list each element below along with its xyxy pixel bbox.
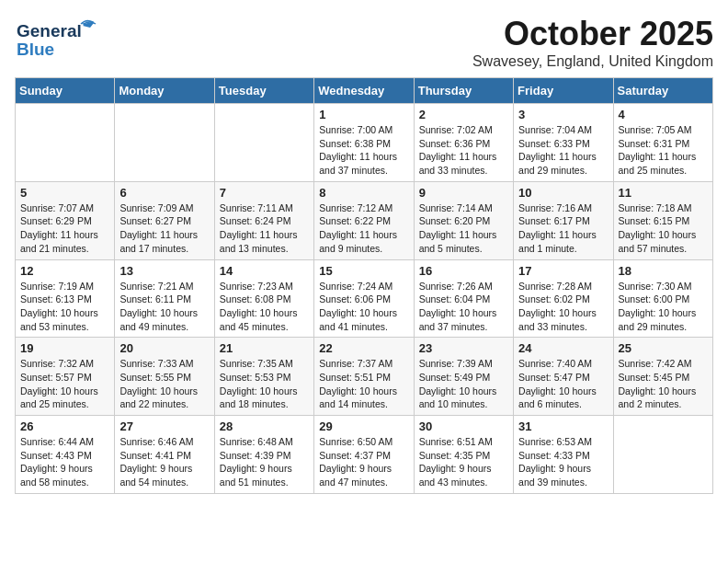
day-number: 14: [220, 264, 309, 278]
day-info: Sunrise: 7:23 AM Sunset: 6:08 PM Dayligh…: [220, 280, 309, 334]
calendar-cell: [613, 416, 712, 494]
day-number: 6: [119, 186, 209, 200]
day-number: 12: [20, 264, 109, 278]
week-row-2: 5Sunrise: 7:07 AM Sunset: 6:29 PM Daylig…: [16, 181, 713, 259]
day-info: Sunrise: 7:11 AM Sunset: 6:24 PM Dayligh…: [220, 201, 309, 256]
day-number: 11: [619, 186, 708, 200]
day-info: Sunrise: 7:16 AM Sunset: 6:17 PM Dayligh…: [518, 201, 608, 256]
calendar-cell: 2Sunrise: 7:02 AM Sunset: 6:36 PM Daylig…: [414, 104, 513, 182]
calendar-cell: 8Sunrise: 7:12 AM Sunset: 6:22 PM Daylig…: [314, 181, 414, 259]
weekday-header-friday: Friday: [514, 78, 613, 104]
day-number: 13: [119, 264, 209, 278]
day-info: Sunrise: 7:05 AM Sunset: 6:31 PM Dayligh…: [619, 123, 708, 178]
day-number: 2: [419, 108, 508, 121]
calendar-cell: 12Sunrise: 7:19 AM Sunset: 6:13 PM Dayli…: [16, 259, 115, 338]
calendar-cell: 1Sunrise: 7:00 AM Sunset: 6:38 PM Daylig…: [314, 104, 414, 182]
weekday-header-wednesday: Wednesday: [314, 78, 414, 104]
calendar-cell: 18Sunrise: 7:30 AM Sunset: 6:00 PM Dayli…: [613, 259, 712, 338]
calendar-cell: 5Sunrise: 7:07 AM Sunset: 6:29 PM Daylig…: [16, 181, 115, 259]
day-number: 19: [20, 341, 109, 355]
day-info: Sunrise: 7:33 AM Sunset: 5:55 PM Dayligh…: [119, 357, 209, 411]
day-number: 9: [419, 186, 508, 200]
day-number: 22: [319, 341, 408, 355]
day-number: 3: [518, 108, 608, 121]
svg-text:General: General: [17, 21, 82, 40]
weekday-header-tuesday: Tuesday: [214, 78, 313, 104]
week-row-4: 19Sunrise: 7:32 AM Sunset: 5:57 PM Dayli…: [16, 338, 713, 416]
day-number: 23: [419, 341, 508, 355]
day-info: Sunrise: 7:40 AM Sunset: 5:47 PM Dayligh…: [518, 357, 608, 411]
calendar-cell: [214, 104, 313, 182]
day-info: Sunrise: 7:37 AM Sunset: 5:51 PM Dayligh…: [319, 357, 408, 411]
day-number: 10: [518, 186, 608, 200]
day-number: 21: [220, 341, 309, 355]
calendar-cell: 17Sunrise: 7:28 AM Sunset: 6:02 PM Dayli…: [514, 259, 613, 338]
day-number: 30: [419, 419, 508, 433]
day-info: Sunrise: 6:46 AM Sunset: 4:41 PM Dayligh…: [119, 435, 209, 489]
calendar-cell: 20Sunrise: 7:33 AM Sunset: 5:55 PM Dayli…: [115, 338, 214, 416]
day-info: Sunrise: 7:07 AM Sunset: 6:29 PM Dayligh…: [20, 201, 109, 256]
day-number: 24: [518, 341, 608, 355]
calendar-table: SundayMondayTuesdayWednesdayThursdayFrid…: [15, 77, 713, 494]
calendar-cell: 6Sunrise: 7:09 AM Sunset: 6:27 PM Daylig…: [115, 181, 214, 259]
logo-svg: General Blue: [15, 15, 97, 61]
calendar-cell: 31Sunrise: 6:53 AM Sunset: 4:33 PM Dayli…: [514, 416, 613, 494]
calendar-cell: [16, 104, 115, 182]
day-number: 26: [20, 419, 109, 433]
day-number: 31: [518, 419, 608, 433]
day-info: Sunrise: 7:02 AM Sunset: 6:36 PM Dayligh…: [419, 123, 508, 178]
day-info: Sunrise: 7:19 AM Sunset: 6:13 PM Dayligh…: [20, 280, 109, 334]
calendar-cell: 28Sunrise: 6:48 AM Sunset: 4:39 PM Dayli…: [214, 416, 313, 494]
calendar-cell: 15Sunrise: 7:24 AM Sunset: 6:06 PM Dayli…: [314, 259, 414, 338]
day-info: Sunrise: 6:44 AM Sunset: 4:43 PM Dayligh…: [20, 435, 109, 489]
weekday-header-monday: Monday: [115, 78, 214, 104]
day-info: Sunrise: 7:39 AM Sunset: 5:49 PM Dayligh…: [419, 357, 508, 411]
calendar-cell: 9Sunrise: 7:14 AM Sunset: 6:20 PM Daylig…: [414, 181, 513, 259]
day-info: Sunrise: 7:26 AM Sunset: 6:04 PM Dayligh…: [419, 280, 508, 334]
day-number: 5: [20, 186, 109, 200]
day-number: 25: [619, 341, 708, 355]
calendar-cell: 29Sunrise: 6:50 AM Sunset: 4:37 PM Dayli…: [314, 416, 414, 494]
calendar-cell: 27Sunrise: 6:46 AM Sunset: 4:41 PM Dayli…: [115, 416, 214, 494]
calendar-cell: 25Sunrise: 7:42 AM Sunset: 5:45 PM Dayli…: [613, 338, 712, 416]
calendar-cell: 30Sunrise: 6:51 AM Sunset: 4:35 PM Dayli…: [414, 416, 513, 494]
day-info: Sunrise: 7:32 AM Sunset: 5:57 PM Dayligh…: [20, 357, 109, 411]
location: Swavesey, England, United Kingdom: [472, 53, 713, 70]
day-info: Sunrise: 7:28 AM Sunset: 6:02 PM Dayligh…: [518, 280, 608, 334]
calendar-cell: 3Sunrise: 7:04 AM Sunset: 6:33 PM Daylig…: [514, 104, 613, 182]
day-number: 20: [119, 341, 209, 355]
logo: General Blue: [15, 15, 97, 61]
calendar-cell: 7Sunrise: 7:11 AM Sunset: 6:24 PM Daylig…: [214, 181, 313, 259]
day-number: 15: [319, 264, 408, 278]
weekday-header-saturday: Saturday: [613, 78, 712, 104]
calendar-cell: 26Sunrise: 6:44 AM Sunset: 4:43 PM Dayli…: [16, 416, 115, 494]
calendar-cell: 21Sunrise: 7:35 AM Sunset: 5:53 PM Dayli…: [214, 338, 313, 416]
calendar-cell: 23Sunrise: 7:39 AM Sunset: 5:49 PM Dayli…: [414, 338, 513, 416]
weekday-header-sunday: Sunday: [16, 78, 115, 104]
calendar-cell: 16Sunrise: 7:26 AM Sunset: 6:04 PM Dayli…: [414, 259, 513, 338]
calendar-cell: 19Sunrise: 7:32 AM Sunset: 5:57 PM Dayli…: [16, 338, 115, 416]
day-info: Sunrise: 7:35 AM Sunset: 5:53 PM Dayligh…: [220, 357, 309, 411]
day-info: Sunrise: 7:04 AM Sunset: 6:33 PM Dayligh…: [518, 123, 608, 178]
day-info: Sunrise: 6:50 AM Sunset: 4:37 PM Dayligh…: [319, 435, 408, 489]
day-info: Sunrise: 7:00 AM Sunset: 6:38 PM Dayligh…: [319, 123, 408, 178]
day-info: Sunrise: 7:21 AM Sunset: 6:11 PM Dayligh…: [119, 280, 209, 334]
day-info: Sunrise: 7:14 AM Sunset: 6:20 PM Dayligh…: [419, 201, 508, 256]
weekday-header-row: SundayMondayTuesdayWednesdayThursdayFrid…: [16, 78, 713, 104]
day-info: Sunrise: 7:09 AM Sunset: 6:27 PM Dayligh…: [119, 201, 209, 256]
week-row-1: 1Sunrise: 7:00 AM Sunset: 6:38 PM Daylig…: [16, 104, 713, 182]
day-number: 27: [119, 419, 209, 433]
day-info: Sunrise: 7:24 AM Sunset: 6:06 PM Dayligh…: [319, 280, 408, 334]
page-header: General Blue October 2025 Swavesey, Engl…: [15, 15, 713, 70]
calendar-cell: 13Sunrise: 7:21 AM Sunset: 6:11 PM Dayli…: [115, 259, 214, 338]
month-title: October 2025: [472, 15, 713, 53]
day-number: 17: [518, 264, 608, 278]
calendar-cell: 10Sunrise: 7:16 AM Sunset: 6:17 PM Dayli…: [514, 181, 613, 259]
day-info: Sunrise: 6:53 AM Sunset: 4:33 PM Dayligh…: [518, 435, 608, 489]
day-number: 4: [619, 108, 708, 121]
day-info: Sunrise: 7:42 AM Sunset: 5:45 PM Dayligh…: [619, 357, 708, 411]
calendar-cell: 11Sunrise: 7:18 AM Sunset: 6:15 PM Dayli…: [613, 181, 712, 259]
day-number: 1: [319, 108, 408, 121]
day-number: 29: [319, 419, 408, 433]
day-info: Sunrise: 7:18 AM Sunset: 6:15 PM Dayligh…: [619, 201, 708, 256]
